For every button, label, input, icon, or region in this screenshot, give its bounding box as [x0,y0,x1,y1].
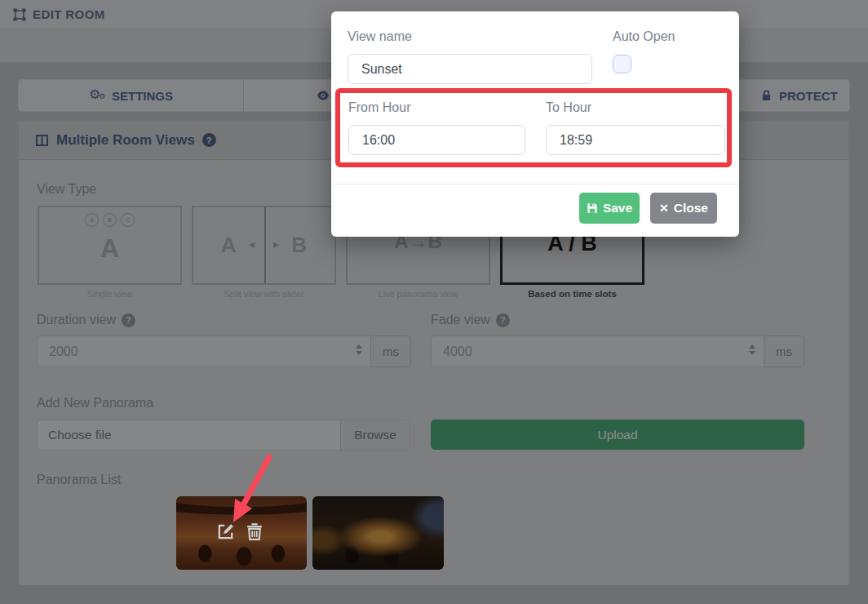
modal-footer-divider [331,184,739,184]
to-hour-label: To Hour [546,100,591,115]
view-name-label: View name [348,29,412,44]
edit-view-modal: View name Auto Open From Hour To Hour Sa… [331,11,739,237]
to-hour-input[interactable] [546,125,725,155]
view-name-input[interactable] [348,54,592,84]
panorama-actions [216,522,264,541]
floppy-icon [587,202,598,214]
save-label: Save [603,201,632,215]
trash-icon[interactable] [245,522,264,541]
close-label: Close [674,201,708,215]
close-button[interactable]: ✕ Close [650,193,717,224]
from-hour-input[interactable] [348,125,525,155]
save-button[interactable]: Save [579,193,640,224]
edit-icon[interactable] [216,522,236,541]
close-x-icon: ✕ [659,202,669,215]
auto-open-label: Auto Open [613,29,675,44]
from-hour-label: From Hour [348,100,410,115]
auto-open-checkbox[interactable] [613,55,631,73]
